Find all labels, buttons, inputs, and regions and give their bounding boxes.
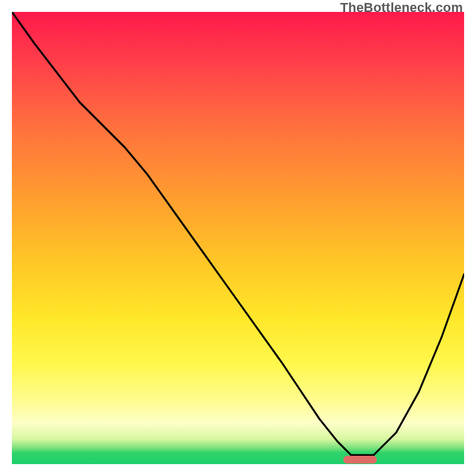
plot-area [12,12,464,464]
chart-overlay [12,12,464,464]
bottleneck-curve-path [12,12,464,455]
optimal-marker [343,456,377,464]
chart-canvas: TheBottleneck.com [0,0,476,476]
